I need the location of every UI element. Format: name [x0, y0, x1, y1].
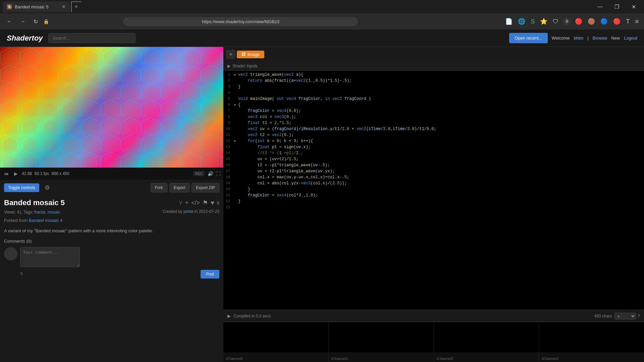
author-link[interactable]: jarble — [183, 209, 193, 214]
new-button[interactable]: New — [611, 36, 620, 41]
flag-icon[interactable]: ⚑ — [203, 199, 208, 206]
play-button[interactable]: ▶ — [13, 170, 19, 177]
line-code: float t1 = 2.*1.5; — [238, 120, 644, 126]
fork-button[interactable]: Fork — [151, 183, 167, 192]
forward-button[interactable]: → — [17, 17, 28, 26]
profile-icon[interactable]: B — [563, 17, 571, 25]
extension4-icon[interactable]: 🔴 — [612, 16, 622, 26]
line-code: col.x = max(uv.y-uv.x,col.x)+col.x-.5; — [238, 175, 644, 181]
fps-display: 60.1 fps — [35, 171, 49, 176]
code-line: 23 — [223, 205, 644, 211]
settings-icon-button[interactable]: ⚙ — [42, 182, 53, 193]
translate2-icon[interactable]: T — [625, 17, 631, 26]
active-tab[interactable]: 🎨 Banded mosaic 5 ✕ — [3, 1, 70, 12]
channel-thumbnail — [539, 322, 644, 352]
reading-mode-icon[interactable]: 📄 — [504, 16, 514, 26]
line-marker — [234, 144, 238, 150]
forked-from-link[interactable]: Banded mosaic 4 — [29, 218, 62, 223]
forked-from: Forked from Banded mosaic 4 — [0, 217, 223, 226]
channel-slot[interactable]: iChannel0 — [223, 322, 329, 362]
minimize-button[interactable]: — — [592, 0, 608, 13]
menu-icon[interactable]: ≡ — [634, 17, 640, 26]
username-link[interactable]: bhbn — [574, 36, 584, 41]
extension3-icon[interactable]: 🔵 — [599, 16, 609, 26]
comment-toolbar: ? Post — [20, 268, 219, 280]
help-button[interactable]: ? — [637, 313, 640, 319]
shader-canvas — [0, 47, 223, 168]
tag-fractal[interactable]: fractal — [34, 210, 45, 215]
main-content: ⏮ ▶ 42.88 60.1 fps 800 x 450 REC 🔊 ⛶ Tog… — [0, 47, 644, 362]
line-number: 20 — [223, 187, 234, 193]
restore-button[interactable]: ❐ — [609, 0, 625, 13]
version-select[interactable]: s es 300 es — [614, 313, 636, 319]
line-code: return abs(fract((a+vec2(1.,0.5))*1.5)-.… — [238, 78, 644, 84]
code-line: 17 uv = t2-p1*triangle_wave(uv.yx); — [223, 169, 644, 175]
add-tab-button[interactable]: + — [226, 50, 235, 59]
extension1-icon[interactable]: 🔴 — [574, 16, 584, 26]
channel-slot[interactable]: iChannel3 — [539, 322, 644, 362]
channel-slot[interactable]: iChannel1 — [329, 322, 434, 362]
close-button[interactable]: ✕ — [626, 0, 641, 13]
toggle-controls-button[interactable]: Toggle controls — [4, 183, 39, 192]
channel-label: iChannel2 — [437, 357, 453, 361]
run-button[interactable]: ▶ — [227, 313, 231, 318]
code-icon[interactable]: </> — [191, 199, 200, 206]
line-marker — [234, 175, 238, 181]
site-logo[interactable]: Shadertoy — [7, 34, 43, 43]
tab-close-button[interactable]: ✕ — [62, 4, 66, 9]
post-button[interactable]: Post — [201, 270, 219, 279]
shader-inputs-row[interactable]: ▶ Shader Inputs — [223, 62, 644, 71]
fullscreen-button[interactable]: ⛶ — [216, 171, 221, 176]
line-code: } — [238, 187, 644, 193]
rec-indicator: REC — [193, 171, 205, 176]
refresh-button[interactable]: ↻ — [31, 17, 41, 26]
line-number: 22 — [223, 199, 234, 205]
dollar-icon[interactable]: S — [529, 17, 536, 26]
fork-icon: ⑂ — [179, 199, 182, 206]
line-marker — [234, 126, 238, 132]
svg-rect-4 — [0, 47, 223, 168]
volume-icon[interactable]: 🔊 — [208, 171, 213, 176]
code-line: 15 uv = (uv+t2)/1.5; — [223, 157, 644, 163]
shield-icon[interactable]: 🛡 — [551, 17, 560, 26]
rewind-button[interactable]: ⏮ — [3, 170, 10, 177]
line-code: t2 = -p1*triangle_wave(uv-.5); — [238, 163, 644, 169]
add-icon[interactable]: + — [185, 199, 189, 206]
code-line: 13 float p1 = sign(uv.x); — [223, 144, 644, 150]
line-number: 21 — [223, 193, 234, 199]
back-button[interactable]: ← — [4, 17, 15, 26]
image-tab[interactable]: 🖼 Image — [237, 51, 264, 58]
channel-slot[interactable]: iChannel2 — [434, 322, 539, 362]
heart-icon[interactable]: ♥ — [211, 199, 214, 206]
line-code — [238, 205, 644, 211]
line-number: 13 — [223, 144, 234, 150]
line-marker — [234, 181, 238, 187]
extension2-icon[interactable]: 🟤 — [586, 16, 596, 26]
left-panel: ⏮ ▶ 42.88 60.1 fps 800 x 450 REC 🔊 ⛶ Tog… — [0, 47, 223, 362]
browse-link[interactable]: Browse — [593, 36, 607, 41]
tag-mosaic[interactable]: mosaic — [48, 210, 60, 215]
export-button[interactable]: Export — [169, 183, 190, 192]
search-input[interactable] — [48, 33, 136, 43]
comment-help-icon[interactable]: ? — [20, 272, 23, 277]
line-number: 11 — [223, 132, 234, 138]
export-zip-button[interactable]: Export ZIP — [192, 183, 219, 192]
code-editor[interactable]: 1▶vec2 triangle_wave(vec2 a){2 return ab… — [223, 71, 644, 310]
comments-title: Comments (0) — [4, 239, 219, 244]
translate-icon[interactable]: 🌐 — [517, 16, 527, 26]
line-code — [238, 90, 644, 96]
open-recent-button[interactable]: Open recent... — [509, 33, 547, 43]
address-input[interactable] — [123, 17, 358, 26]
comment-input[interactable] — [20, 247, 80, 267]
shader-info: Banded mosaic 5 ⑂ + </> ⚑ ♥ 6 — [0, 196, 223, 208]
shader-viewport: ⏮ ▶ 42.88 60.1 fps 800 x 450 REC 🔊 ⛶ — [0, 47, 223, 180]
new-tab-button[interactable]: + — [71, 1, 82, 12]
code-line: 1▶vec2 triangle_wave(vec2 a){ — [223, 72, 644, 78]
line-code: fragColor = vec4(col*3.,1.0); — [238, 193, 644, 199]
line-code: uv = t2-p1*triangle_wave(uv.yx); — [238, 169, 644, 175]
address-bar: ← → ↻ 🔒 📄 🌐 S ⭐ 🛡 B 🔴 🟤 🔵 🔴 T ≡ — [0, 13, 644, 29]
line-number: 23 — [223, 205, 234, 211]
code-line: 10 vec2 uv = (fragCoord)/iResolution.y/t… — [223, 126, 644, 132]
bookmark-icon[interactable]: ⭐ — [539, 16, 549, 26]
logout-link[interactable]: Logout — [624, 36, 637, 41]
